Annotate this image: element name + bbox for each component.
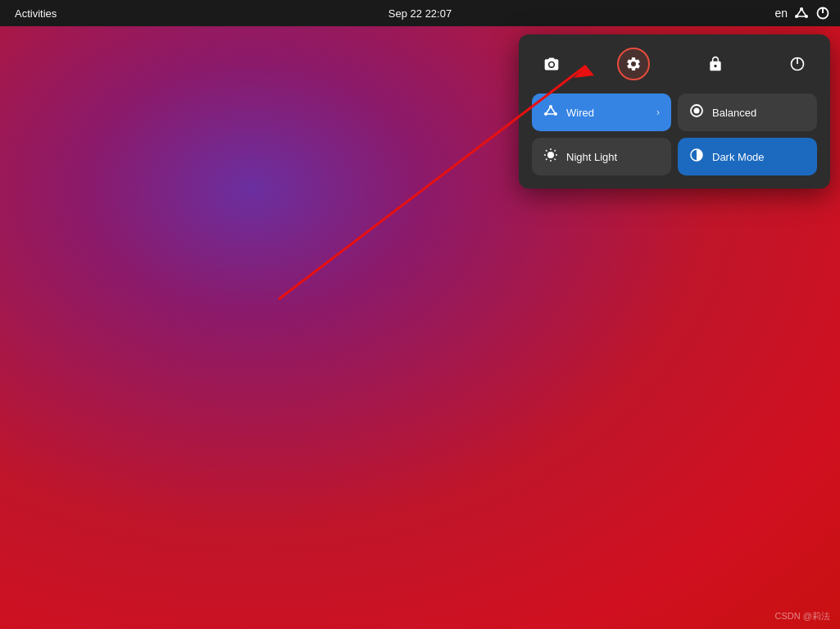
svg-line-14 xyxy=(551,107,556,114)
night-light-tile[interactable]: Night Light xyxy=(532,138,671,175)
wired-icon xyxy=(543,103,558,121)
topbar-datetime[interactable]: Sep 22 22:07 xyxy=(388,7,452,20)
svg-line-3 xyxy=(797,9,801,16)
svg-line-4 xyxy=(801,9,806,16)
qs-top-icons xyxy=(532,48,817,80)
wired-label: Wired xyxy=(566,107,648,119)
svg-line-26 xyxy=(546,159,547,160)
quick-settings-panel: Wired › Balanced xyxy=(519,34,830,189)
desktop: Activities Sep 22 22:07 en xyxy=(0,0,840,629)
balanced-tile[interactable]: Balanced xyxy=(678,93,817,131)
topbar-left: Activities xyxy=(10,6,61,21)
settings-button[interactable] xyxy=(617,48,650,80)
night-light-label: Night Light xyxy=(566,151,660,163)
topbar-network-icon[interactable] xyxy=(794,6,809,21)
svg-point-17 xyxy=(694,108,700,114)
balanced-label: Balanced xyxy=(712,107,806,119)
watermark: CSDN @莉法 xyxy=(775,610,830,622)
svg-line-25 xyxy=(555,150,556,151)
balanced-icon xyxy=(689,103,704,121)
svg-point-18 xyxy=(547,152,554,158)
qs-grid: Wired › Balanced xyxy=(532,93,817,175)
svg-line-24 xyxy=(555,159,556,160)
topbar-lang[interactable]: en xyxy=(774,7,788,20)
power-button[interactable] xyxy=(781,48,814,80)
dark-mode-label: Dark Mode xyxy=(712,151,806,163)
dark-mode-icon xyxy=(689,148,704,166)
topbar: Activities Sep 22 22:07 en xyxy=(0,0,840,26)
lock-button[interactable] xyxy=(699,48,732,80)
dark-mode-tile[interactable]: Dark Mode xyxy=(678,138,817,175)
wired-tile[interactable]: Wired › xyxy=(532,93,671,131)
wired-arrow: › xyxy=(656,107,660,118)
svg-line-13 xyxy=(546,107,551,114)
activities-button[interactable]: Activities xyxy=(10,6,61,21)
night-light-icon xyxy=(543,148,558,166)
screenshot-button[interactable] xyxy=(535,48,568,80)
svg-line-23 xyxy=(546,150,547,151)
topbar-right: en xyxy=(774,6,830,21)
topbar-power-icon[interactable] xyxy=(815,6,830,21)
